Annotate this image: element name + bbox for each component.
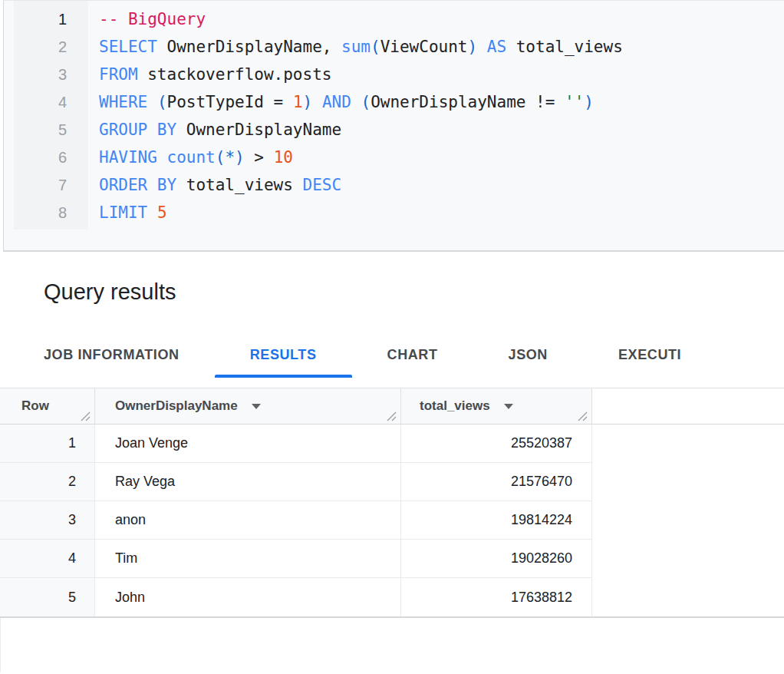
line-number-gutter: 12345678 (14, 1, 88, 230)
cell-owner-display-name: Joan Venge (95, 425, 401, 462)
code-line[interactable]: WHERE (PostTypeId = 1) AND (OwnerDisplay… (99, 88, 623, 116)
cell-row-number: 4 (0, 540, 95, 577)
line-number: 1 (14, 5, 88, 33)
cell-owner-display-name: John (95, 578, 401, 616)
line-number: 6 (14, 144, 88, 171)
table-row: 2Ray Vega21576470 (0, 463, 592, 501)
query-results-header: Query results (0, 252, 784, 332)
code-line[interactable]: FROM stackoverflow.posts (99, 61, 623, 88)
cell-total-views: 19814224 (401, 501, 592, 539)
column-resize-handle-icon[interactable] (386, 411, 397, 421)
table-header-filler (592, 388, 784, 424)
cell-row-number: 2 (0, 463, 95, 501)
column-header-label: total_views (420, 398, 490, 414)
code-line[interactable]: -- BigQuery (99, 5, 623, 33)
table-body: 1Joan Venge255203872Ray Vega215764703ano… (0, 425, 784, 616)
cell-total-views: 25520387 (401, 425, 592, 462)
line-number: 3 (14, 61, 88, 88)
bottom-empty-area (0, 618, 784, 672)
code-line[interactable]: LIMIT 5 (99, 199, 623, 226)
line-number: 8 (14, 199, 88, 226)
cell-total-views: 19028260 (401, 540, 592, 577)
line-number: 4 (14, 88, 88, 116)
cell-total-views: 21576470 (401, 463, 592, 501)
table-header-row: Row OwnerDisplayName total_views (0, 388, 784, 425)
tab-chart[interactable]: CHART (352, 332, 473, 378)
cell-owner-display-name: anon (95, 501, 401, 539)
table-row: 1Joan Venge25520387 (0, 425, 592, 463)
cell-total-views: 17638812 (401, 578, 592, 616)
column-resize-handle-icon[interactable] (80, 411, 91, 421)
column-header-row[interactable]: Row (0, 388, 95, 424)
tab-results[interactable]: RESULTS (215, 332, 352, 378)
code-line[interactable]: GROUP BY OwnerDisplayName (99, 116, 623, 144)
code-line[interactable]: SELECT OwnerDisplayName, sum(ViewCount) … (99, 33, 623, 61)
cell-owner-display-name: Ray Vega (95, 463, 401, 501)
column-dropdown-arrow-icon[interactable] (504, 404, 513, 409)
table-row: 3anon19814224 (0, 501, 592, 540)
column-resize-handle-icon[interactable] (577, 411, 588, 421)
column-header-label: Row (21, 398, 49, 414)
cell-row-number: 3 (0, 501, 95, 539)
cell-row-number: 1 (0, 425, 95, 462)
page-title: Query results (44, 279, 176, 305)
code-lines[interactable]: -- BigQuerySELECT OwnerDisplayName, sum(… (88, 1, 623, 226)
sql-editor[interactable]: 12345678 -- BigQuerySELECT OwnerDisplayN… (3, 0, 784, 252)
results-tab-bar: JOB INFORMATIONRESULTSCHARTJSONEXECUTI (0, 332, 784, 378)
code-line[interactable]: ORDER BY total_views DESC (99, 171, 623, 199)
table-row: 4Tim19028260 (0, 540, 592, 578)
cell-owner-display-name: Tim (95, 540, 401, 577)
table-row: 5John17638812 (0, 578, 592, 616)
tab-executi[interactable]: EXECUTI (583, 332, 716, 378)
tab-json[interactable]: JSON (473, 332, 583, 378)
line-number: 2 (14, 33, 88, 61)
tab-job-information[interactable]: JOB INFORMATION (8, 332, 215, 378)
line-number: 7 (14, 171, 88, 199)
line-number: 5 (14, 116, 88, 144)
cell-row-number: 5 (0, 578, 95, 616)
column-dropdown-arrow-icon[interactable] (252, 404, 261, 409)
column-header-label: OwnerDisplayName (115, 398, 238, 414)
tabs-gap (0, 378, 784, 388)
code-line[interactable]: HAVING count(*) > 10 (99, 144, 623, 171)
column-header-total-views[interactable]: total_views (401, 388, 592, 424)
column-header-ownerdisplayname[interactable]: OwnerDisplayName (95, 388, 401, 424)
